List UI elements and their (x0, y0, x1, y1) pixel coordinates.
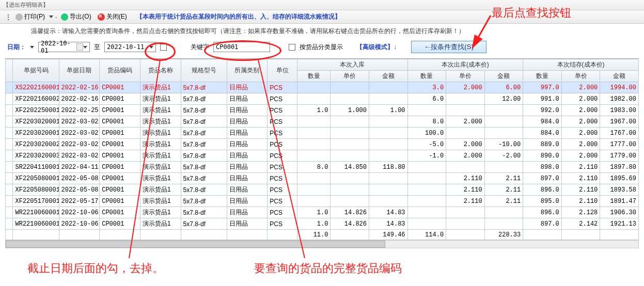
col-group-out: 本次出库(成本价) (407, 59, 523, 71)
date-dropdown-icon[interactable] (30, 46, 34, 51)
col-bill-date[interactable]: 单据日期 (59, 59, 100, 82)
data-grid: 单据号码 单据日期 货品编码 货品名称 规格型号 所属类别 单位 本次入库 本次… (5, 58, 639, 240)
toolbar-desc: 【本表用于统计货品在某段时间内的所有出、入、结存的详细流水账情况】 (136, 12, 341, 21)
date-to-label: 至 (94, 43, 100, 52)
keyword-label: 关键字 (191, 43, 209, 52)
table-row[interactable]: XS22021600012022-02-16CP0001演示货品15x7.8-d… (6, 82, 639, 93)
annotation-keyword: 要查询的货品的完整货品编码 (254, 261, 402, 276)
date-from-input[interactable]: 2022-10-01 (38, 42, 90, 52)
tip-text: 温馨提示：请输入您需要的查询条件，然后点击右侧的查找按钮即可（请注意：如果库存数… (0, 24, 644, 39)
col-unit[interactable]: 单位 (268, 59, 297, 82)
table-row[interactable]: WR22100600012022-10-06CP0001演示货品15x7.8-d… (6, 207, 639, 218)
table-row[interactable]: XF22030200012022-03-02CP0001演示货品15x7.8-d… (6, 128, 639, 139)
export-button[interactable]: 导出(O) (59, 12, 93, 22)
table-row[interactable]: XF22030200032022-03-02CP0001演示货品15x7.8-d… (6, 150, 639, 162)
horizontal-scrollbar[interactable] (5, 240, 639, 248)
total-row: 11.0149.46114.0228.33 (6, 230, 639, 240)
col-group-in: 本次入库 (297, 59, 407, 71)
keyword-input[interactable] (213, 42, 270, 52)
table-row[interactable]: XF22021600022022-02-16CP0001演示货品15x7.8-d… (6, 93, 639, 105)
table-row[interactable]: XF22050800012022-05-08CP0001演示货品15x7.8-d… (6, 184, 639, 196)
print-button[interactable]: 打印(P) (13, 12, 47, 22)
date-to-input[interactable]: 2022-10-11 (104, 42, 156, 52)
col-code[interactable]: 货品编码 (100, 59, 140, 82)
group-label: 按货品分类显示 (300, 43, 343, 52)
filter-bar: 日期： 2022-10-01 至 2022-10-11 关键字 按货品分类显示 … (0, 39, 644, 57)
table-row[interactable]: SR22041100012022-04-11CP0001演示货品15x7.8-d… (6, 162, 639, 173)
table-row[interactable]: XF22030200022022-03-02CP0001演示货品15x7.8-d… (6, 139, 639, 150)
col-group-bal: 本次结存(成本价) (523, 59, 639, 71)
group-checkbox[interactable] (289, 44, 295, 51)
export-icon (61, 13, 68, 21)
table-row[interactable]: XF22022500012022-02-25CP0001演示货品15x7.8-d… (6, 105, 639, 116)
print-dropdown-icon[interactable] (49, 15, 53, 20)
table-row[interactable]: XF22051700012022-05-17CP0001演示货品15x7.8-d… (6, 196, 639, 207)
toolbar: ⋮ 打印(P) · 导出(O) 关闭(E) 【本表用于统计货品在某段时间内的所有… (0, 10, 644, 24)
print-icon (15, 13, 23, 21)
close-button[interactable]: 关闭(E) (96, 12, 129, 22)
col-spec[interactable]: 规格型号 (181, 59, 227, 82)
date-include-checkbox[interactable] (160, 44, 167, 51)
table-row[interactable]: XF22030200012022-03-02CP0001演示货品15x7.8-d… (6, 116, 639, 128)
close-icon (98, 13, 105, 21)
table-row[interactable]: WR22100600012022-10-06CP0001演示货品15x7.8-d… (6, 218, 639, 230)
window-title: 【进出存明细表】 (0, 0, 644, 10)
col-bill-no[interactable]: 单据号码 (13, 59, 59, 82)
col-name[interactable]: 货品名称 (140, 59, 181, 82)
col-cat[interactable]: 所属类别 (227, 59, 268, 82)
table-row[interactable]: XF22050800012022-05-08CP0001演示货品15x7.8-d… (6, 173, 639, 184)
search-button[interactable]: ←按条件查找(S) (411, 41, 486, 53)
date-label: 日期： (7, 43, 26, 52)
annotation-checkbox: 截止日期后面的勾，去掉。 (27, 261, 164, 276)
advanced-mode-link[interactable]: 【高级模式】↓ (356, 43, 397, 52)
calendar-icon[interactable] (76, 43, 83, 51)
